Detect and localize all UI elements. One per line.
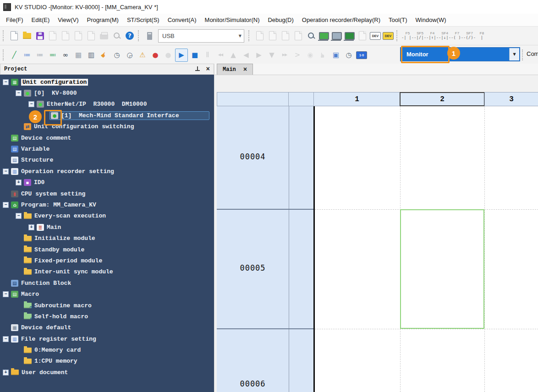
tree-item-unit-config-switching[interactable]: ⇄Unit configuration switching bbox=[0, 121, 214, 132]
tree-item-memory-card[interactable]: 0:Memory card bbox=[0, 344, 214, 355]
monitor-cursor[interactable]: ▣ bbox=[330, 49, 342, 61]
ladder-instruction-f5[interactable]: F5-| |- bbox=[401, 29, 414, 43]
tree-item-macro[interactable]: −▤Macro bbox=[0, 289, 214, 299]
timing-chart[interactable]: 1·0 bbox=[356, 49, 368, 61]
menu-debug-d[interactable]: Debug(D) bbox=[264, 15, 297, 25]
mnemonic-view[interactable]: ▦ bbox=[72, 49, 84, 61]
menu-program-m[interactable]: Program(M) bbox=[83, 15, 123, 25]
label-list[interactable]: ≔ bbox=[34, 49, 46, 61]
record-stop[interactable]: ● bbox=[162, 49, 174, 61]
expand-icon[interactable]: + bbox=[16, 180, 22, 185]
ladder-instruction-f8[interactable]: F8| bbox=[476, 29, 488, 43]
transfer-monitor[interactable] bbox=[292, 30, 304, 42]
collapse-icon[interactable]: − bbox=[28, 101, 34, 107]
collapse-icon[interactable]: − bbox=[3, 202, 9, 208]
read-from-plc[interactable] bbox=[254, 30, 266, 42]
tree-item-variable[interactable]: ▤Variable bbox=[0, 143, 214, 154]
device-value-read[interactable]: DEV bbox=[369, 30, 381, 42]
tree-item-cpu-memory[interactable]: 1:CPU memory bbox=[0, 356, 214, 367]
tree-item-main-program[interactable]: +≣Main bbox=[0, 222, 214, 233]
device-value-write[interactable]: DEV bbox=[382, 30, 394, 42]
replay-stop[interactable]: ■ bbox=[189, 49, 201, 61]
replay-step-back[interactable]: ◀ bbox=[240, 49, 252, 61]
save-project[interactable] bbox=[34, 30, 46, 42]
menu-convert-a[interactable]: Convert(A) bbox=[164, 15, 201, 25]
tab-main[interactable]: Main × bbox=[217, 64, 253, 75]
write-to-plc[interactable] bbox=[267, 30, 279, 42]
dropdown-arrow-icon[interactable]: ▼ bbox=[239, 34, 242, 38]
ladder-instruction-f4[interactable]: F4-|↑|- bbox=[426, 29, 439, 43]
save-as[interactable] bbox=[47, 30, 59, 42]
tree-item-user-document[interactable]: +User document bbox=[0, 367, 214, 378]
tree-item-structure[interactable]: ▤Structure bbox=[0, 155, 214, 166]
ladder-instruction-sf5[interactable]: SF5-|/|- bbox=[414, 29, 426, 43]
replay-bottom[interactable]: ▼ bbox=[266, 49, 278, 61]
touch-operation[interactable]: ☛ bbox=[98, 49, 110, 61]
tab-close-icon[interactable]: × bbox=[243, 66, 247, 73]
new-project[interactable] bbox=[8, 30, 20, 42]
comm-settings[interactable] bbox=[143, 30, 155, 42]
column-header-3[interactable]: 3 bbox=[484, 92, 538, 106]
menu-window-w[interactable]: Window(W) bbox=[412, 15, 450, 25]
tree-item-every-scan-execution[interactable]: −Every-scan execution bbox=[0, 211, 214, 222]
ladder-document[interactable] bbox=[357, 30, 368, 42]
replay-top[interactable]: ▲ bbox=[227, 49, 239, 61]
tree-item-self-hold-macro[interactable]: ↱Self-hold macro bbox=[0, 311, 214, 322]
scan-time[interactable]: ◷ bbox=[343, 49, 355, 61]
close-panel-icon[interactable]: × bbox=[206, 66, 210, 72]
tree-focus-outline[interactable]: ●[1] Mech-Mind Standard Interface bbox=[49, 111, 209, 120]
comment-edit[interactable]: ≕ bbox=[47, 49, 59, 61]
open-project[interactable] bbox=[21, 30, 33, 42]
rung-number-00004[interactable]: 00004 bbox=[217, 152, 289, 161]
tree-item-ethernet-ip[interactable]: −●EtherNet/IP R30000 DM10000 bbox=[0, 99, 214, 110]
tree-item-kv-8000[interactable]: −●[0] KV-8000 bbox=[0, 87, 214, 98]
pause-hand[interactable]: ☛ bbox=[317, 49, 329, 61]
tree-item-operation-recorder-setting[interactable]: −▥Operation recorder setting bbox=[0, 166, 214, 177]
replay-pause[interactable]: Ⅱ bbox=[202, 49, 214, 61]
export[interactable] bbox=[85, 30, 97, 42]
tree-item-initialize-module[interactable]: Initialize module bbox=[0, 233, 214, 244]
replay-rewind[interactable]: ◀◀ bbox=[214, 49, 226, 61]
ladder-instruction-f7[interactable]: F7-( )- bbox=[451, 29, 463, 43]
tree-item-program-mm-camera-kv[interactable]: −⌂Program: MM_Camera_KV bbox=[0, 199, 214, 210]
ladder-edit-mode[interactable]: ╱ bbox=[8, 49, 20, 61]
print[interactable] bbox=[98, 30, 110, 42]
collapse-icon[interactable]: − bbox=[16, 90, 22, 96]
pin-icon[interactable] bbox=[194, 66, 201, 72]
ladder-instruction-sf7[interactable]: SF7-(/)- bbox=[463, 29, 476, 43]
tree-item-device-default[interactable]: ▦Device default bbox=[0, 322, 214, 333]
ladder-grid[interactable]: 123 000040000500006 bbox=[217, 92, 538, 392]
monitor-mode[interactable] bbox=[305, 30, 317, 42]
monitor-view[interactable]: ∞ bbox=[60, 49, 71, 61]
tree-item-cpu-system-setting[interactable]: ▮CPU system setting bbox=[0, 188, 214, 199]
editor-mode[interactable] bbox=[318, 30, 330, 42]
monitor-alert[interactable]: ⚠ bbox=[137, 49, 148, 61]
expand-icon[interactable]: + bbox=[28, 224, 34, 230]
collapse-icon[interactable]: − bbox=[3, 291, 9, 297]
column-header-blank[interactable] bbox=[288, 92, 314, 106]
help[interactable]: ? bbox=[124, 30, 136, 42]
column-header-blank[interactable] bbox=[217, 92, 289, 106]
watch-window[interactable]: ◷ bbox=[111, 49, 123, 61]
dropdown-arrow-icon[interactable]: ▼ bbox=[509, 48, 519, 60]
rung-number-00005[interactable]: 00005 bbox=[217, 263, 289, 272]
expand-icon[interactable]: + bbox=[3, 370, 9, 376]
comm-port-dropdown[interactable]: USB▼ bbox=[158, 29, 244, 43]
tree-item-inter-unit-sync-module[interactable]: Inter-unit sync module bbox=[0, 267, 214, 278]
column-header-1[interactable]: 1 bbox=[313, 92, 401, 106]
unit-monitor[interactable]: ▥ bbox=[85, 49, 97, 61]
device-comment-list[interactable]: ≔ bbox=[21, 49, 33, 61]
tree-item-fixed-period-module[interactable]: Fixed-period module bbox=[0, 255, 214, 266]
import[interactable] bbox=[72, 30, 84, 42]
tree-item-id0[interactable]: +▪ID0 bbox=[0, 177, 214, 188]
tree-item-device-comment[interactable]: ▤Device comment bbox=[0, 132, 214, 143]
page-setup[interactable] bbox=[60, 30, 71, 42]
menu-edit-e[interactable]: Edit(E) bbox=[27, 15, 54, 25]
simulator-mode[interactable] bbox=[331, 30, 343, 42]
tree-item-standby-module[interactable]: Standby module bbox=[0, 244, 214, 255]
selected-ladder-cell[interactable] bbox=[400, 209, 484, 329]
replay-marker[interactable]: ◉ bbox=[304, 49, 316, 61]
rung-number-00006[interactable]: 00006 bbox=[217, 379, 289, 388]
menu-operation-recorder-replay-r[interactable]: Operation recorder/Replay(R) bbox=[298, 15, 384, 25]
collapse-icon[interactable]: − bbox=[3, 336, 9, 342]
